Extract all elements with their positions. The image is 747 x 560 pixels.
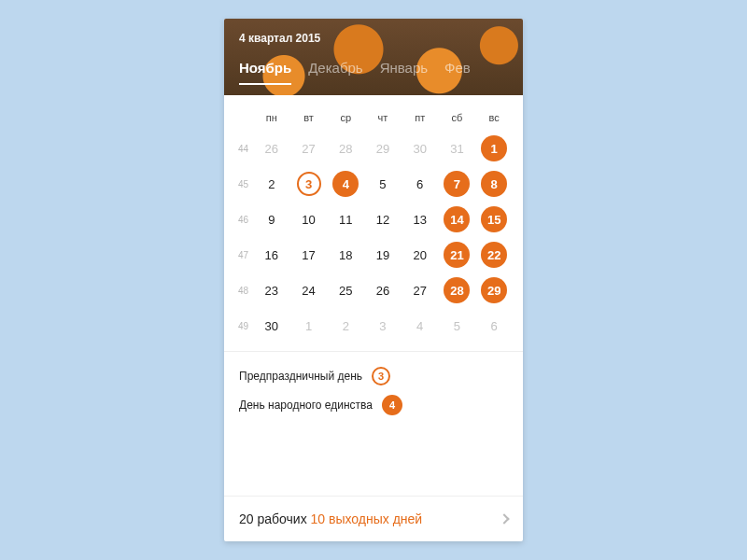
month-tab-1[interactable]: Декабрь <box>308 60 362 85</box>
day-cell[interactable]: 12 <box>370 206 396 232</box>
day-cell: 5 <box>444 313 470 339</box>
week-row: 4716171819202122 <box>233 237 512 273</box>
day-cell[interactable]: 30 <box>259 313 285 339</box>
legend-label: Предпраздничный день <box>239 370 362 383</box>
day-cell[interactable]: 28 <box>444 277 470 303</box>
week-number: 48 <box>233 286 252 296</box>
day-cell: 1 <box>296 313 322 339</box>
day-cell: 28 <box>332 135 359 161</box>
day-cell[interactable]: 18 <box>332 242 359 268</box>
day-cell[interactable]: 1 <box>481 135 507 161</box>
week-number: 45 <box>233 179 252 189</box>
dow-row: пнвтсрчтптсбвс <box>233 105 512 131</box>
dow-label: пн <box>254 112 289 123</box>
legend-row: День народного единства4 <box>239 395 508 415</box>
day-cell: 30 <box>407 135 433 161</box>
day-cell: 29 <box>370 135 396 161</box>
summary-row[interactable]: 20 рабочих 10 выходных дней <box>224 496 523 541</box>
day-cell[interactable]: 8 <box>481 171 507 197</box>
dow-label: чт <box>365 112 401 123</box>
day-cell[interactable]: 10 <box>296 206 322 232</box>
legend-badge: 3 <box>372 367 390 385</box>
calendar-grid: пнвтсрчтптсбвс44262728293031145234567846… <box>224 95 523 351</box>
dow-label: вт <box>291 112 327 123</box>
week-number: 47 <box>233 250 252 260</box>
month-tabs: НоябрьДекабрьЯнварьФев <box>239 60 508 85</box>
week-number: 44 <box>233 144 252 154</box>
month-tab-2[interactable]: Январь <box>380 60 428 85</box>
day-cell: 6 <box>481 313 507 339</box>
day-cell: 2 <box>332 313 359 339</box>
quarter-label: 4 квартал 2015 <box>239 32 508 45</box>
day-cell[interactable]: 26 <box>370 277 396 303</box>
day-cell[interactable]: 23 <box>259 277 285 303</box>
day-cell: 27 <box>296 135 322 161</box>
day-cell[interactable]: 16 <box>259 242 285 268</box>
day-cell[interactable]: 9 <box>259 206 285 232</box>
chevron-right-icon <box>499 513 509 524</box>
day-cell[interactable]: 7 <box>444 171 470 197</box>
day-cell[interactable]: 24 <box>296 277 322 303</box>
legend-badge: 4 <box>382 395 402 415</box>
day-cell[interactable]: 11 <box>332 206 359 232</box>
day-cell: 3 <box>370 313 396 339</box>
summary-text: 20 рабочих 10 выходных дней <box>239 511 422 526</box>
day-cell[interactable]: 20 <box>407 242 433 268</box>
week-row: 442627282930311 <box>233 131 512 166</box>
week-row: 469101112131415 <box>233 202 512 237</box>
legend-row: Предпраздничный день3 <box>239 367 508 385</box>
week-row: 452345678 <box>233 166 512 202</box>
day-cell[interactable]: 27 <box>407 277 433 303</box>
day-cell[interactable]: 13 <box>407 206 433 232</box>
week-number: 49 <box>233 321 252 331</box>
day-cell[interactable]: 15 <box>481 206 507 232</box>
day-cell[interactable]: 22 <box>481 242 507 268</box>
day-cell[interactable]: 2 <box>259 171 285 197</box>
month-tab-3[interactable]: Фев <box>444 60 471 85</box>
legend: Предпраздничный день3День народного един… <box>224 351 523 440</box>
day-cell[interactable]: 17 <box>296 242 322 268</box>
week-row: 4930123456 <box>233 308 512 343</box>
legend-label: День народного единства <box>239 399 373 412</box>
dow-label: пт <box>402 112 438 123</box>
day-cell[interactable]: 6 <box>407 171 433 197</box>
day-cell[interactable]: 4 <box>332 171 359 197</box>
week-row: 4823242526272829 <box>233 273 512 308</box>
week-number: 46 <box>233 215 252 225</box>
day-cell[interactable]: 29 <box>481 277 507 303</box>
calendar-card: 4 квартал 2015 НоябрьДекабрьЯнварьФев пн… <box>224 19 523 541</box>
day-cell[interactable]: 25 <box>332 277 359 303</box>
day-cell[interactable]: 14 <box>444 206 470 232</box>
day-cell[interactable]: 5 <box>370 171 396 197</box>
day-cell: 31 <box>444 135 470 161</box>
day-cell[interactable]: 21 <box>444 242 470 268</box>
day-cell: 26 <box>259 135 285 161</box>
day-cell[interactable]: 3 <box>297 172 321 196</box>
dow-label: ср <box>328 112 363 123</box>
day-cell: 4 <box>407 313 433 339</box>
day-cell[interactable]: 19 <box>370 242 396 268</box>
calendar-header: 4 квартал 2015 НоябрьДекабрьЯнварьФев <box>224 19 523 95</box>
dow-label: вс <box>476 112 512 123</box>
month-tab-0[interactable]: Ноябрь <box>239 60 291 85</box>
dow-label: сб <box>440 112 475 123</box>
